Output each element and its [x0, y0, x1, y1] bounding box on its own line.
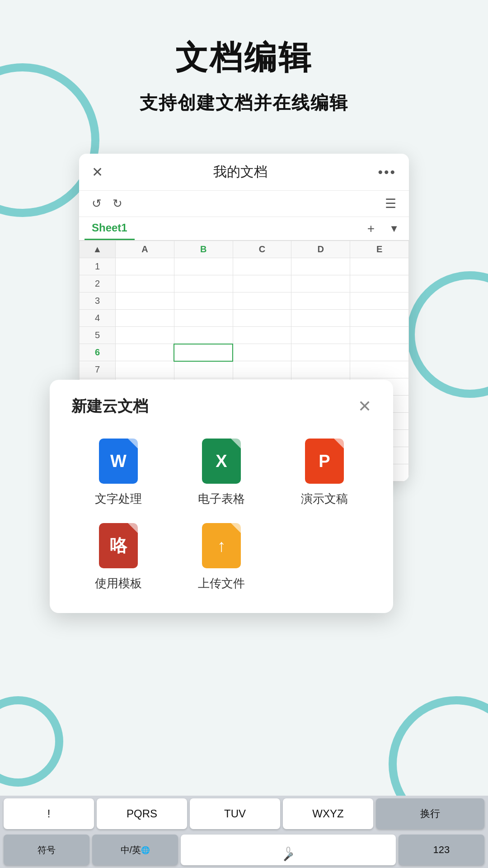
lang-switch-key[interactable]: 中/英🌐	[92, 835, 178, 865]
cell-E5[interactable]	[350, 327, 409, 344]
cell-A2[interactable]	[116, 275, 174, 292]
sheet-dropdown-button[interactable]: ▼	[385, 221, 404, 236]
cell-D5[interactable]	[291, 327, 350, 344]
decoration-arc-right-mid	[407, 271, 488, 398]
cell-D1[interactable]	[291, 258, 350, 275]
symbol-key[interactable]: 符号	[4, 835, 89, 865]
cell-C2[interactable]	[233, 275, 291, 292]
key-exclamation[interactable]: !	[4, 798, 94, 829]
menu-button[interactable]: ☰	[385, 196, 396, 211]
col-header-b[interactable]: B	[174, 241, 233, 258]
space-key[interactable]: 0 🎤	[181, 835, 395, 865]
sheet-tab-1[interactable]: Sheet1	[84, 217, 135, 240]
cell-E3[interactable]	[350, 292, 409, 310]
cell-D6[interactable]	[291, 344, 350, 361]
cell-B6[interactable]	[174, 344, 233, 361]
cell-D3[interactable]	[291, 292, 350, 310]
col-header-c[interactable]: C	[233, 241, 291, 258]
cell-A3[interactable]	[116, 292, 174, 310]
undo-button[interactable]: ↺	[92, 197, 102, 211]
row-header-4[interactable]: 4	[80, 310, 116, 327]
sheet-actions: + ▼	[363, 220, 404, 238]
row-header-6[interactable]: 6	[80, 344, 116, 361]
keyboard-area: ! PQRS TUV WXYZ 换行 符号 中/英🌐 0 🎤 123	[0, 796, 488, 868]
cell-E1[interactable]	[350, 258, 409, 275]
modal-item-template[interactable]: 咯使用模板	[71, 523, 165, 591]
modal-item-label-ppt: 演示文稿	[301, 491, 348, 507]
cell-B3[interactable]	[174, 292, 233, 310]
row-header-3[interactable]: 3	[80, 292, 116, 310]
redo-button[interactable]: ↻	[113, 197, 122, 211]
cell-C5[interactable]	[233, 327, 291, 344]
corner-cell: ▲	[80, 241, 116, 258]
cell-C1[interactable]	[233, 258, 291, 275]
cell-A1[interactable]	[116, 258, 174, 275]
page-title: 文档编辑	[0, 36, 488, 80]
decoration-arc-bottom-left	[0, 696, 63, 787]
cell-A5[interactable]	[116, 327, 174, 344]
modal-items-grid: W文字处理X电子表格P演示文稿咯使用模板↑上传文件	[71, 439, 371, 591]
keyboard-row-1: ! PQRS TUV WXYZ 换行	[0, 796, 488, 832]
sheet-tabs-bar: Sheet1 + ▼	[79, 217, 409, 241]
cell-C4[interactable]	[233, 310, 291, 327]
cell-A7[interactable]	[116, 361, 174, 378]
cell-C7[interactable]	[233, 361, 291, 378]
col-header-e[interactable]: E	[350, 241, 409, 258]
toolbar-undo-redo: ↺ ↻	[92, 197, 122, 211]
cell-D4[interactable]	[291, 310, 350, 327]
cell-A4[interactable]	[116, 310, 174, 327]
num-key[interactable]: 123	[399, 835, 484, 865]
cell-B2[interactable]	[174, 275, 233, 292]
modal-item-label-template: 使用模板	[95, 576, 142, 591]
cell-B5[interactable]	[174, 327, 233, 344]
key-pqrs[interactable]: PQRS	[97, 798, 187, 829]
modal-header: 新建云文档 ✕	[71, 396, 371, 417]
cell-A6[interactable]	[116, 344, 174, 361]
cell-D2[interactable]	[291, 275, 350, 292]
modal-item-upload[interactable]: ↑上传文件	[174, 523, 268, 591]
modal-item-ppt[interactable]: P演示文稿	[277, 439, 371, 507]
add-sheet-button[interactable]: +	[363, 220, 379, 238]
cell-C3[interactable]	[233, 292, 291, 310]
cell-E4[interactable]	[350, 310, 409, 327]
mic-icon: 🎤	[283, 852, 293, 862]
modal-item-label-excel: 电子表格	[198, 491, 245, 507]
col-header-d[interactable]: D	[291, 241, 350, 258]
cell-E6[interactable]	[350, 344, 409, 361]
row-header-2[interactable]: 2	[80, 275, 116, 292]
window-titlebar: ✕ 我的文档 •••	[79, 154, 409, 191]
col-header-a[interactable]: A	[116, 241, 174, 258]
modal-item-label-word: 文字处理	[95, 491, 142, 507]
new-doc-modal: 新建云文档 ✕ W文字处理X电子表格P演示文稿咯使用模板↑上传文件	[50, 380, 393, 613]
key-wxyz[interactable]: WXYZ	[283, 798, 373, 829]
key-tuv[interactable]: TUV	[190, 798, 280, 829]
cell-E2[interactable]	[350, 275, 409, 292]
row-header-7[interactable]: 7	[80, 361, 116, 378]
cell-E7[interactable]	[350, 361, 409, 378]
cell-B4[interactable]	[174, 310, 233, 327]
window-title: 我的文档	[213, 163, 267, 181]
window-toolbar: ↺ ↻ ☰	[79, 191, 409, 217]
modal-item-excel[interactable]: X电子表格	[174, 439, 268, 507]
row-header-5[interactable]: 5	[80, 327, 116, 344]
modal-title: 新建云文档	[71, 396, 148, 417]
cell-C6[interactable]	[233, 344, 291, 361]
more-button[interactable]: •••	[378, 165, 396, 180]
modal-close-button[interactable]: ✕	[358, 397, 371, 416]
cell-B1[interactable]	[174, 258, 233, 275]
cell-B7[interactable]	[174, 361, 233, 378]
keyboard-row-2: 符号 中/英🌐 0 🎤 123	[0, 832, 488, 868]
enter-key[interactable]: 换行	[376, 798, 484, 829]
close-button[interactable]: ✕	[92, 164, 103, 180]
modal-item-word[interactable]: W文字处理	[71, 439, 165, 507]
row-header-1[interactable]: 1	[80, 258, 116, 275]
modal-item-label-upload: 上传文件	[198, 576, 245, 591]
cell-D7[interactable]	[291, 361, 350, 378]
